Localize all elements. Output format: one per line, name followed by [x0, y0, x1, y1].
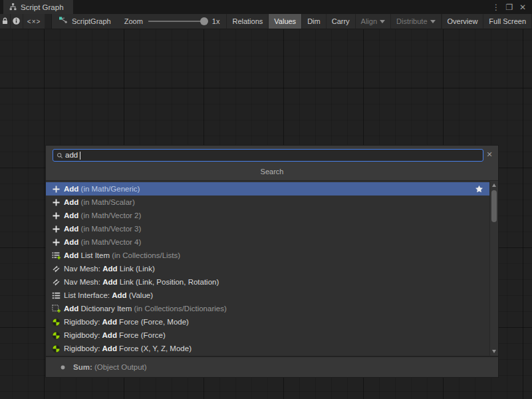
- label-segment: Add: [102, 278, 117, 286]
- label-segment: Rigidbody:: [64, 344, 102, 352]
- label-segment: Rigidbody:: [64, 318, 102, 326]
- label-segment: (in Math/Generic): [78, 185, 140, 193]
- rigidbody-icon: [51, 344, 61, 353]
- result-label: Add (in Math/Generic): [64, 185, 140, 193]
- code-brackets-icon: <×>: [27, 18, 41, 25]
- label-segment: Nav Mesh:: [64, 265, 102, 273]
- search-input[interactable]: add: [53, 149, 483, 162]
- result-label: Add (in Math/Vector 4): [64, 238, 141, 246]
- graph-name-section[interactable]: ScriptGraph: [52, 14, 120, 29]
- plus-icon: [51, 198, 61, 207]
- script-graph-node-icon: [59, 16, 68, 27]
- star-icon[interactable]: [475, 185, 483, 194]
- scrollbar[interactable]: [489, 181, 498, 356]
- scroll-up-icon[interactable]: [492, 184, 496, 187]
- info-button[interactable]: [11, 14, 23, 29]
- rigidbody-icon: [51, 317, 61, 327]
- label-segment: (Value): [127, 291, 153, 299]
- label-segment: Force (X, Y, Z, Mode): [117, 344, 192, 352]
- finder-result-row[interactable]: Add (in Math/Vector 3): [46, 222, 498, 235]
- result-label: Rigidbody: Add Force (Force): [64, 331, 166, 339]
- lock-button[interactable]: [0, 14, 11, 29]
- graph-name-label: ScriptGraph: [72, 17, 111, 25]
- label-segment: Add: [102, 265, 117, 273]
- finder-result-row[interactable]: Nav Mesh: Add Link (Link): [46, 262, 498, 275]
- finder-footer: Sum: (Object Output): [46, 356, 498, 377]
- dot-icon: [58, 362, 67, 372]
- result-label: List Interface: Add (Value): [64, 291, 153, 299]
- label-segment: Add: [64, 238, 78, 246]
- label-segment: (in Math/Scalar): [78, 198, 134, 206]
- add-list-icon: [51, 251, 61, 260]
- label-segment: Add: [102, 318, 117, 326]
- nav-mesh-icon: [51, 264, 61, 273]
- toolbar-button-relations[interactable]: Relations: [227, 14, 269, 29]
- finder-results: Add (in Math/Generic)Add (in Math/Scalar…: [46, 180, 498, 356]
- toolbar-button-values[interactable]: Values: [269, 14, 302, 29]
- toolbar-button-label: Carry: [332, 17, 350, 25]
- label-segment: Add: [112, 291, 126, 299]
- toolbar-button-carry[interactable]: Carry: [327, 14, 356, 29]
- label-segment: Add: [64, 198, 78, 206]
- toolbar-button-label: Distribute: [396, 17, 427, 25]
- label-segment: Add: [64, 211, 78, 219]
- plus-icon: [51, 224, 61, 233]
- plus-icon: [51, 184, 61, 194]
- label-segment: List Interface:: [64, 291, 112, 299]
- finder-result-row[interactable]: Rigidbody: Add Force (Force, Mode): [46, 315, 498, 329]
- label-segment: Nav Mesh:: [64, 278, 102, 286]
- scrollbar-thumb[interactable]: [491, 190, 497, 222]
- finder-result-row[interactable]: List Interface: Add (Value): [46, 289, 498, 302]
- code-view-button[interactable]: <×>: [23, 14, 45, 29]
- finder-result-row[interactable]: Add (in Math/Vector 2): [46, 209, 498, 222]
- tab-label: Script Graph: [21, 3, 64, 11]
- toolbar-button-label: Align: [361, 17, 377, 25]
- toolbar-button-label: Dim: [307, 17, 321, 25]
- label-segment: List Item: [78, 251, 112, 259]
- toolbar-button-overview[interactable]: Overview: [442, 14, 484, 29]
- scroll-down-icon[interactable]: [492, 350, 496, 353]
- finder-result-row[interactable]: Rigidbody: Add Force (Force): [46, 329, 498, 342]
- info-icon: [12, 17, 21, 27]
- label-segment: Dictionary Item: [78, 305, 134, 313]
- plus-icon: [51, 211, 61, 220]
- maximize-icon[interactable]: ❐: [504, 3, 515, 12]
- tab-script-graph[interactable]: Script Graph: [3, 0, 73, 14]
- label-segment: Add: [102, 344, 117, 352]
- toolbar-button-label: Relations: [232, 17, 263, 25]
- menu-kebab-icon[interactable]: ⋮: [491, 3, 501, 12]
- label-segment: Link (Link): [118, 265, 155, 273]
- label-segment: (in Collections/Dictionaries): [134, 305, 226, 313]
- zoom-slider-knob[interactable]: [200, 17, 208, 25]
- toolbar-button-full-screen[interactable]: Full Screen: [483, 14, 532, 29]
- graph-tree-icon: [9, 3, 17, 11]
- finder-result-row[interactable]: Add (in Math/Vector 4): [46, 235, 498, 249]
- rigidbody-icon: [51, 331, 61, 340]
- label-segment: Add: [102, 331, 117, 339]
- close-finder-icon[interactable]: ✕: [485, 150, 494, 159]
- zoom-slider[interactable]: [148, 21, 207, 22]
- toolbar-button-label: Overview: [448, 17, 478, 25]
- result-label: Add List Item (in Collections/Lists): [64, 251, 180, 259]
- text-caret: [80, 152, 80, 160]
- toolbar-button-dim[interactable]: Dim: [302, 14, 327, 29]
- finder-result-row[interactable]: Add (in Math/Scalar): [46, 196, 498, 209]
- label-segment: Add: [64, 251, 78, 259]
- finder-result-row[interactable]: Add Dictionary Item (in Collections/Dict…: [46, 302, 498, 315]
- finder-result-row[interactable]: Add List Item (in Collections/Lists): [46, 249, 498, 262]
- toolbar-button-align[interactable]: Align: [356, 14, 391, 29]
- plus-icon: [51, 237, 61, 247]
- close-window-icon[interactable]: ✕: [517, 3, 528, 12]
- toolbar-button-distribute[interactable]: Distribute: [391, 14, 441, 29]
- label-segment: Force (Force, Mode): [117, 318, 189, 326]
- result-label: Add (in Math/Vector 3): [64, 225, 141, 233]
- result-label: Rigidbody: Add Force (Force, Mode): [64, 318, 189, 326]
- lock-icon: [1, 17, 9, 27]
- finder-result-row[interactable]: Rigidbody: Add Force (X, Y, Z, Mode): [46, 342, 498, 355]
- finder-result-row[interactable]: Add (in Math/Generic): [46, 182, 498, 196]
- result-label: Add Dictionary Item (in Collections/Dict…: [64, 305, 227, 313]
- label-segment: (in Math/Vector 2): [78, 211, 141, 219]
- label-segment: Rigidbody:: [64, 331, 102, 339]
- title-bar: Script Graph ⋮ ❐ ✕: [0, 0, 532, 14]
- finder-result-row[interactable]: Nav Mesh: Add Link (Link, Position, Rota…: [46, 275, 498, 289]
